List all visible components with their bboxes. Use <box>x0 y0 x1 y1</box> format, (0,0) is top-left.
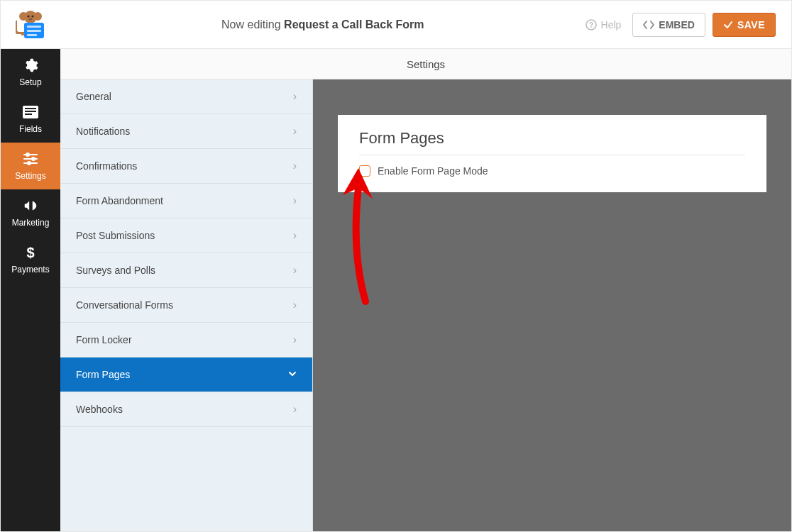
check-icon <box>723 20 733 30</box>
nav-marketing-label: Marketing <box>12 218 50 228</box>
chevron-right-icon: › <box>293 229 297 242</box>
code-icon <box>643 20 654 30</box>
svg-rect-13 <box>25 108 36 109</box>
settings-nav-form-locker[interactable]: Form Locker› <box>60 323 312 358</box>
nav-payments[interactable]: $ Payments <box>1 236 60 283</box>
settings-nav-surveys-polls[interactable]: Surveys and Polls› <box>60 253 312 288</box>
panel-title: Settings <box>407 58 445 70</box>
panel-header: Settings <box>60 49 791 79</box>
save-label: SAVE <box>737 19 765 31</box>
chevron-right-icon: › <box>293 299 297 311</box>
nav-fields[interactable]: Fields <box>1 96 60 143</box>
wpforms-logo-icon <box>14 9 47 41</box>
settings-nav-general[interactable]: General› <box>60 79 312 114</box>
svg-rect-8 <box>27 30 41 32</box>
svg-point-20 <box>32 157 35 160</box>
snav-label: Form Pages <box>76 369 130 380</box>
gear-icon <box>23 57 38 73</box>
body: Setup Fields Settings Marketing <box>1 49 791 531</box>
snav-label: General <box>76 91 111 102</box>
svg-point-2 <box>33 12 42 21</box>
snav-label: Surveys and Polls <box>76 265 155 276</box>
svg-text:?: ? <box>588 21 593 29</box>
enable-checkbox[interactable] <box>359 165 370 177</box>
top-bar: Now editing Request a Call Back Form ? H… <box>1 1 791 49</box>
card-divider <box>359 155 745 155</box>
settings-nav-post-submissions[interactable]: Post Submissions› <box>60 218 312 253</box>
nav-setup[interactable]: Setup <box>1 49 60 96</box>
chevron-right-icon: › <box>293 403 297 416</box>
snav-label: Confirmations <box>76 160 137 172</box>
settings-nav-webhooks[interactable]: Webhooks› <box>60 392 312 427</box>
content: General› Notifications› Confirmations› F… <box>60 79 791 531</box>
settings-nav-confirmations[interactable]: Confirmations› <box>60 149 312 184</box>
dollar-icon: $ <box>23 245 38 260</box>
editing-title: Now editing Request a Call Back Form <box>60 18 585 31</box>
save-button[interactable]: SAVE <box>713 13 776 37</box>
settings-nav: General› Notifications› Confirmations› F… <box>60 79 313 531</box>
chevron-right-icon: › <box>293 194 297 207</box>
svg-text:$: $ <box>26 245 34 260</box>
chevron-right-icon: › <box>293 160 297 172</box>
nav-rail: Setup Fields Settings Marketing <box>1 49 60 531</box>
form-icon <box>23 104 38 120</box>
app-frame: Now editing Request a Call Back Form ? H… <box>0 0 792 532</box>
canvas: Form Pages Enable Form Page Mode <box>313 79 791 531</box>
svg-point-4 <box>31 15 33 17</box>
nav-setup-label: Setup <box>19 77 41 87</box>
svg-rect-14 <box>25 111 36 112</box>
enable-label[interactable]: Enable Form Page Mode <box>378 165 488 177</box>
snav-label: Conversational Forms <box>76 299 173 311</box>
help-label: Help <box>601 19 622 31</box>
card-title: Form Pages <box>359 129 745 148</box>
chevron-right-icon: › <box>293 264 297 277</box>
snav-label: Notifications <box>76 126 130 137</box>
settings-nav-conversational-forms[interactable]: Conversational Forms› <box>60 288 312 323</box>
form-pages-card: Form Pages Enable Form Page Mode <box>338 115 766 192</box>
snav-label: Webhooks <box>76 404 123 415</box>
form-name: Request a Call Back Form <box>284 18 424 31</box>
help-link[interactable]: ? Help <box>585 19 622 31</box>
nav-payments-label: Payments <box>11 265 49 275</box>
nav-fields-label: Fields <box>19 124 42 134</box>
svg-point-21 <box>28 162 31 165</box>
nav-settings[interactable]: Settings <box>1 143 60 189</box>
main: Settings General› Notifications› Confirm… <box>60 49 791 531</box>
embed-label: EMBED <box>659 19 695 31</box>
settings-nav-form-pages[interactable]: Form Pages <box>60 358 312 392</box>
snav-label: Post Submissions <box>76 230 155 241</box>
brand-logo <box>1 1 60 49</box>
sliders-icon <box>23 151 38 167</box>
enable-row: Enable Form Page Mode <box>359 165 745 177</box>
nav-marketing[interactable]: Marketing <box>1 189 60 236</box>
snav-label: Form Abandonment <box>76 195 163 206</box>
chevron-right-icon: › <box>293 125 297 138</box>
snav-label: Form Locker <box>76 334 132 345</box>
editing-prefix: Now editing <box>221 18 284 31</box>
svg-point-3 <box>27 15 29 17</box>
chevron-down-icon <box>288 368 297 381</box>
megaphone-icon <box>23 198 38 214</box>
embed-button[interactable]: EMBED <box>632 13 705 37</box>
svg-rect-15 <box>25 113 32 115</box>
svg-point-19 <box>26 153 29 156</box>
chevron-right-icon: › <box>293 333 297 346</box>
top-actions: ? Help EMBED SAVE <box>585 13 791 37</box>
svg-rect-9 <box>27 34 37 36</box>
settings-nav-form-abandonment[interactable]: Form Abandonment› <box>60 184 312 218</box>
svg-rect-7 <box>27 26 41 28</box>
svg-point-1 <box>19 12 28 21</box>
svg-point-5 <box>28 18 32 21</box>
nav-settings-label: Settings <box>15 171 45 181</box>
chevron-right-icon: › <box>293 90 297 103</box>
help-icon: ? <box>585 19 597 31</box>
settings-nav-notifications[interactable]: Notifications› <box>60 114 312 149</box>
